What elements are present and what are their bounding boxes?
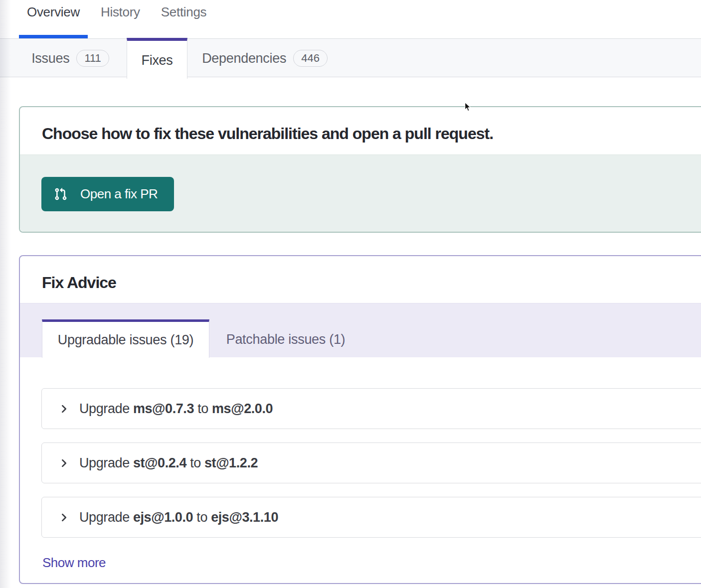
fix-advice-header: Fix Advice: [20, 256, 701, 303]
upgrade-row-ejs-text: Upgrade ejs@1.0.0 to ejs@3.1.10: [79, 510, 278, 525]
tab-patchable-issues-label: Patchable issues (1): [226, 332, 346, 347]
tab-fixes[interactable]: Fixes: [127, 38, 187, 79]
upgrade-row-st-text: Upgrade st@0.2.4 to st@1.2.2: [79, 455, 258, 471]
fix-banner-header: Choose how to fix these vulnerabilities …: [20, 107, 701, 154]
tab-issues-label: Issues: [31, 51, 69, 66]
nav-item-settings[interactable]: Settings: [153, 0, 215, 38]
show-more-link[interactable]: Show more: [42, 555, 106, 570]
tab-patchable-issues[interactable]: Patchable issues (1): [209, 319, 362, 358]
upgrade-row-ms[interactable]: Upgrade ms@0.7.3 to ms@2.0.0: [41, 388, 701, 429]
mouse-cursor: [464, 102, 471, 112]
tab-upgradable-issues-label: Upgradable issues (19): [58, 332, 194, 348]
tab-issues[interactable]: Issues 111: [14, 39, 127, 77]
tab-issues-count-badge: 111: [76, 50, 109, 67]
nav-item-history-label: History: [101, 4, 140, 19]
git-pull-request-icon: [54, 187, 67, 201]
upgrade-row-ejs[interactable]: Upgrade ejs@1.0.0 to ejs@3.1.10: [41, 497, 701, 538]
nav-item-overview-label: Overview: [27, 4, 80, 19]
left-edge-shadow: [0, 0, 11, 588]
nav-item-settings-label: Settings: [161, 4, 207, 19]
fix-banner-body: Open a fix PR: [20, 154, 701, 232]
nav-item-overview[interactable]: Overview: [19, 0, 88, 38]
chevron-right-icon: [60, 513, 68, 522]
upgrade-row-ms-text: Upgrade ms@0.7.3 to ms@2.0.0: [79, 401, 273, 417]
nav-item-history[interactable]: History: [93, 0, 148, 38]
tab-dependencies-label: Dependencies: [202, 51, 286, 66]
fix-banner-title: Choose how to fix these vulnerabilities …: [42, 124, 701, 144]
upgradable-issues-panel: Upgrade ms@0.7.3 to ms@2.0.0 Upgrade st@…: [20, 357, 701, 570]
open-fix-pr-button[interactable]: Open a fix PR: [41, 177, 174, 211]
tab-fixes-label: Fixes: [141, 53, 173, 68]
tab-dependencies[interactable]: Dependencies 446: [187, 39, 342, 77]
upgrade-row-st[interactable]: Upgrade st@0.2.4 to st@1.2.2: [41, 442, 701, 483]
fix-advice-card: Fix Advice Upgradable issues (19) Patcha…: [19, 255, 701, 584]
fix-banner-card: Choose how to fix these vulnerabilities …: [19, 106, 701, 233]
overview-tabstrip: Issues 111 Fixes Dependencies 446: [0, 38, 701, 77]
tab-upgradable-issues[interactable]: Upgradable issues (19): [42, 319, 209, 358]
chevron-right-icon: [60, 405, 68, 413]
project-nav: Overview History Settings: [0, 0, 701, 38]
fix-advice-title: Fix Advice: [42, 273, 701, 293]
fix-advice-tabs: Upgradable issues (19) Patchable issues …: [20, 303, 701, 357]
open-fix-pr-button-label: Open a fix PR: [80, 186, 158, 202]
tab-dependencies-count-badge: 446: [293, 50, 328, 67]
chevron-right-icon: [60, 459, 68, 467]
